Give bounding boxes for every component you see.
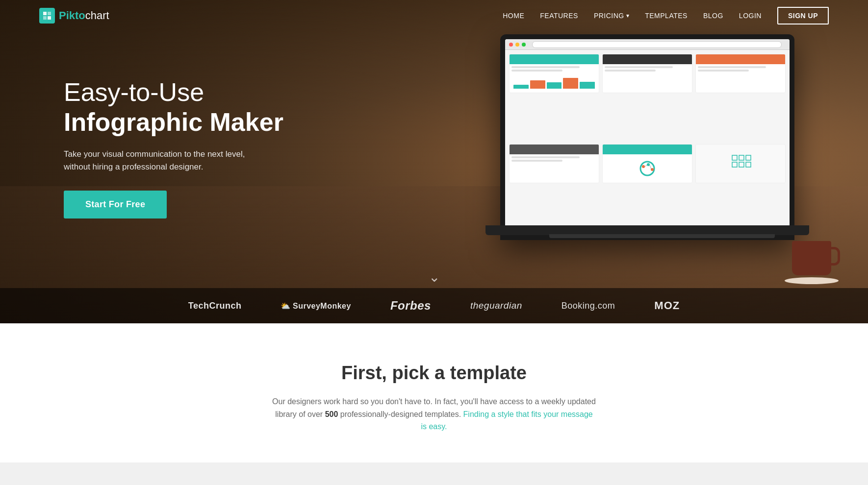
- card-header-5: [603, 145, 692, 154]
- subtitle-part2: professionally-designed templates.: [338, 410, 463, 418]
- card-line: [605, 70, 656, 72]
- screen-template-card-2: [602, 54, 692, 93]
- coffee-cup-area: [792, 241, 839, 284]
- press-guardian: theguardian: [470, 300, 522, 311]
- nav-templates[interactable]: TEMPLATES: [645, 12, 688, 20]
- svg-rect-13: [732, 162, 737, 167]
- template-section: First, pick a template Our designers wor…: [0, 323, 868, 462]
- signup-button[interactable]: SIGN UP: [777, 7, 829, 24]
- svg-point-6: [647, 163, 650, 166]
- bar: [530, 80, 545, 89]
- screen-template-card-3: [695, 54, 786, 93]
- subtitle-highlight: 500: [325, 410, 338, 418]
- card-line: [511, 160, 562, 162]
- svg-rect-0: [43, 12, 47, 15]
- surveymonkey-icon: ⛅: [281, 302, 291, 310]
- card-line: [698, 66, 766, 68]
- svg-rect-3: [48, 16, 51, 20]
- logo[interactable]: Piktochart: [39, 8, 109, 24]
- bar: [563, 78, 578, 89]
- hero-title-line1: Easy-to-Use: [64, 78, 283, 106]
- press-moz: MOZ: [654, 299, 680, 312]
- scroll-indicator[interactable]: ⌄: [429, 270, 440, 284]
- laptop-base: [485, 225, 809, 235]
- nav-blog[interactable]: BLOG: [703, 12, 723, 20]
- section-subtitle: Our designers work hard so you don't hav…: [272, 395, 596, 433]
- nav-login[interactable]: LOGIN: [739, 12, 762, 20]
- logo-wordmark: Piktochart: [59, 9, 109, 22]
- card-body-2: [603, 64, 692, 93]
- window-maximize: [522, 43, 526, 47]
- press-surveymonkey: ⛅SurveyMonkey: [281, 301, 351, 311]
- section-title: First, pick a template: [0, 363, 868, 384]
- screen-template-card-5: [602, 144, 692, 183]
- press-bar: TechCrunch ⛅SurveyMonkey Forbes theguard…: [0, 288, 868, 323]
- svg-rect-15: [746, 162, 751, 167]
- card-line: [698, 70, 749, 72]
- svg-rect-1: [48, 12, 51, 15]
- screen-template-card-6: [695, 144, 786, 183]
- card-body-1: [510, 64, 599, 93]
- svg-line-8: [645, 165, 647, 167]
- screen-url-bar: [532, 41, 782, 48]
- card-header-4: [510, 145, 599, 154]
- scroll-chevron: ⌄: [429, 270, 440, 284]
- logo-icon: [39, 8, 55, 24]
- card-header-2: [603, 54, 692, 64]
- card-line: [511, 70, 562, 72]
- card-header-3: [696, 54, 785, 64]
- svg-rect-12: [746, 155, 751, 160]
- hero-content: Easy-to-Use Infographic Maker Take your …: [64, 0, 283, 218]
- nav-pricing[interactable]: PRICING: [594, 12, 629, 20]
- hero-subtitle: Take your visual communication to the ne…: [64, 148, 283, 173]
- card-graph: [511, 73, 597, 91]
- navbar: Piktochart HOME FEATURES PRICING TEMPLAT…: [0, 0, 868, 31]
- coffee-saucer: [785, 277, 839, 284]
- press-techcrunch: TechCrunch: [188, 301, 242, 311]
- card-body-4: [510, 154, 599, 183]
- window-minimize: [515, 43, 519, 47]
- card-line: [511, 156, 580, 158]
- svg-rect-10: [732, 155, 737, 160]
- press-forbes: Forbes: [390, 299, 431, 313]
- card-body-5: [603, 154, 692, 183]
- card-line: [605, 66, 673, 68]
- press-booking: Booking.com: [562, 301, 615, 311]
- bar: [580, 82, 595, 89]
- svg-rect-2: [43, 16, 47, 20]
- card-line: [511, 66, 580, 68]
- svg-point-5: [642, 165, 645, 168]
- hero-cta-button[interactable]: Start For Free: [64, 191, 167, 218]
- card-body-3: [696, 64, 785, 93]
- card-header-1: [510, 54, 599, 64]
- bar: [513, 85, 529, 89]
- screen-template-card-4: [509, 144, 599, 183]
- hero-section: Easy-to-Use Infographic Maker Take your …: [0, 0, 868, 323]
- nav-features[interactable]: FEATURES: [540, 12, 578, 20]
- nav-links: HOME FEATURES PRICING TEMPLATES BLOG LOG…: [503, 7, 829, 24]
- window-close: [509, 43, 513, 47]
- svg-rect-11: [739, 155, 744, 160]
- coffee-cup: [792, 241, 831, 275]
- hero-laptop-mockup: [500, 15, 804, 318]
- svg-line-9: [650, 165, 651, 169]
- screen-toolbar: [505, 39, 790, 50]
- svg-rect-14: [739, 162, 744, 167]
- nav-home[interactable]: HOME: [503, 12, 524, 20]
- laptop-outer: [500, 34, 794, 240]
- bar: [547, 82, 562, 89]
- screen-template-card-1: [509, 54, 599, 93]
- laptop-foot: [549, 234, 775, 238]
- screen-content-grid: [505, 50, 790, 235]
- laptop-screen: [505, 39, 790, 235]
- hero-title-line2: Infographic Maker: [64, 108, 283, 136]
